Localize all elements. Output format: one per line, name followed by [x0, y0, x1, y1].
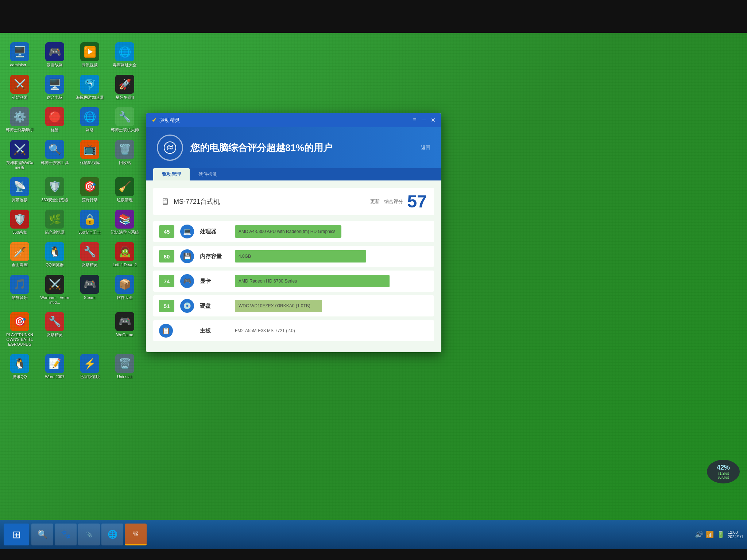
- icon-28-label: 酷狗音乐: [12, 295, 28, 300]
- icon-36-label: Word 2007: [45, 374, 65, 379]
- close-button[interactable]: ✕: [431, 117, 436, 124]
- icon-5[interactable]: 🖥️ 这台电脑: [39, 73, 71, 102]
- hw-bar-text-0: AMD A4-5300 APU with Radeon(tm) HD Graph…: [239, 229, 335, 234]
- icon-15-img: 🗑️: [115, 140, 134, 159]
- window-controls: ≡ ─ ✕: [413, 117, 436, 124]
- icon-6[interactable]: 🐬 海豚网游加速器: [74, 73, 106, 102]
- icon-16-label: 宽带连接: [12, 198, 28, 202]
- icon-26[interactable]: 🔧 驱动精灵: [74, 240, 106, 269]
- icon-24[interactable]: 🗡️ 金山毒霸: [4, 240, 36, 269]
- icon-22[interactable]: 🔒 360安全卫士: [74, 207, 106, 237]
- net-percent: 42%: [717, 464, 730, 471]
- hw-row-0: 45 💻 处理器 AMD A4-5300 APU with Radeon(tm)…: [153, 221, 434, 242]
- clip-button[interactable]: 📎: [78, 524, 100, 545]
- icon-9[interactable]: 🔴 优酷: [39, 105, 71, 135]
- icon-15[interactable]: 🗑️ 回收站: [109, 138, 141, 172]
- icon-27-img: 🧟: [115, 242, 134, 261]
- icon-29[interactable]: ⚔️ Warham... Vermintid...: [39, 273, 71, 307]
- icon-7[interactable]: 🚀 星际争霸II: [109, 73, 141, 102]
- icon-34[interactable]: 🎮 WeGame: [109, 310, 141, 349]
- icon-33-label: 驱动精灵: [47, 332, 63, 337]
- menu-icon[interactable]: ≡: [413, 117, 416, 124]
- start-button[interactable]: ⊞: [4, 524, 29, 545]
- browser-button[interactable]: 🌐: [101, 524, 123, 545]
- icon-19-label: 垃圾清理: [117, 198, 133, 202]
- hw-score-0: 45: [159, 225, 174, 238]
- icon-4[interactable]: ⚔️ 英雄联盟: [4, 73, 36, 102]
- icon-1-label: 暴雪战网: [47, 63, 63, 67]
- icon-26-img: 🔧: [80, 242, 99, 261]
- icon-32[interactable]: 🎯 PLAYERUNKNOWN'S BATTLEGROUNDS: [4, 310, 36, 349]
- icon-19[interactable]: 🧹 垃圾清理: [109, 175, 141, 205]
- icon-2[interactable]: ▶️ 腾讯视频: [74, 40, 106, 70]
- tray-icon-1[interactable]: 🔊: [695, 530, 703, 538]
- mb-desc: FM2-A55M-E33 MS-7721 (2.0): [235, 328, 295, 333]
- icon-35[interactable]: 🐧 腾讯QQ: [4, 352, 36, 381]
- icon-36[interactable]: 📝 Word 2007: [39, 352, 71, 381]
- icon-27[interactable]: 🧟 Left 4 Dead 2: [109, 240, 141, 269]
- desktop: 🖥️ administr... 🎮 暴雪战网 ▶️ 腾讯视频 🌐 毒霸网址大全 …: [0, 33, 747, 520]
- icon-4-label: 英雄联盟: [12, 95, 28, 100]
- icon-32-img: 🎯: [10, 312, 29, 331]
- tab-hardware-check[interactable]: 硬件检测: [190, 168, 226, 180]
- top-bezel: [0, 0, 747, 33]
- icon-31[interactable]: 📦 软件大全: [109, 273, 141, 307]
- paw-button[interactable]: 🐾: [55, 524, 77, 545]
- icon-16[interactable]: 📡 宽带连接: [4, 175, 36, 205]
- hw-bar-text-2: AMD Radeon HD 6700 Series: [239, 279, 297, 284]
- net-download: ↓0.8k/s: [717, 475, 729, 479]
- hw-icon-2: 🎮: [180, 274, 194, 288]
- icon-14[interactable]: 📺 优酷影视库: [74, 138, 106, 172]
- icon-30[interactable]: 🎮 Steam: [74, 273, 106, 307]
- icon-20[interactable]: 🛡️ 360杀毒: [4, 207, 36, 237]
- hw-row-2: 74 🎮 显卡 AMD Radeon HD 6700 Series: [153, 271, 434, 292]
- tray-icon-2[interactable]: 📶: [706, 530, 714, 538]
- icon-28[interactable]: 🎵 酷狗音乐: [4, 273, 36, 307]
- icon-11-label: 韩博士装机大师: [111, 128, 139, 132]
- icon-37-label: 迅雷极速版: [80, 374, 100, 379]
- icon-13-label: 韩博士搜索工具: [41, 160, 69, 165]
- network-monitor[interactable]: 42% ↑1.2k/s ↓0.8k/s: [707, 460, 740, 483]
- icon-37-img: ⚡: [80, 354, 99, 373]
- window-title-left: ✔ 驱动精灵: [152, 117, 180, 124]
- back-button[interactable]: 返回: [421, 144, 430, 151]
- icon-1[interactable]: 🎮 暴雪战网: [39, 40, 71, 70]
- icon-3-label: 毒霸网址大全: [113, 63, 137, 67]
- icon-11[interactable]: 🔧 韩博士装机大师: [109, 105, 141, 135]
- hw-score-1: 60: [159, 250, 174, 262]
- icon-18-label: 荒野行动: [82, 198, 98, 202]
- icon-33[interactable]: 🔧 驱动精灵: [39, 310, 71, 349]
- icon-12[interactable]: ⚔️ 英雄联盟WeGame版: [4, 138, 36, 172]
- hw-bar-container-0: AMD A4-5300 APU with Radeon(tm) HD Graph…: [235, 225, 428, 238]
- icon-8[interactable]: ⚙️ 韩博士驱动助手: [4, 105, 36, 135]
- icon-0-img: 🖥️: [10, 42, 29, 61]
- icon-17[interactable]: 🛡️ 360安全浏览器: [39, 175, 71, 205]
- icon-21[interactable]: 🌿 绿色浏览器: [39, 207, 71, 237]
- icon-38[interactable]: 🗑️ Uninstall: [109, 352, 141, 381]
- window-titlebar: ✔ 驱动精灵 ≡ ─ ✕: [146, 113, 441, 127]
- icon-18[interactable]: 🎯 荒野行动: [74, 175, 106, 205]
- icon-0[interactable]: 🖥️ administr...: [4, 40, 36, 70]
- icon-8-img: ⚙️: [10, 107, 29, 126]
- icon-13[interactable]: 🔍 韩博士搜索工具: [39, 138, 71, 172]
- app-taskbar-btn[interactable]: 驱: [125, 524, 147, 545]
- icon-2-label: 腾讯视频: [82, 63, 98, 67]
- tray-icon-3[interactable]: 🔋: [717, 530, 725, 538]
- icon-3[interactable]: 🌐 毒霸网址大全: [109, 40, 141, 70]
- machine-name-text: MS-7721台式机: [174, 197, 220, 206]
- tab-driver-mgmt[interactable]: 驱动管理: [153, 168, 190, 180]
- icon-7-label: 星际争霸II: [116, 95, 134, 100]
- hw-score-3: 51: [159, 300, 174, 312]
- icon-23[interactable]: 📚 记忆法学习系统: [109, 207, 141, 237]
- icon-10[interactable]: 🌐 网络: [74, 105, 106, 135]
- icon-25[interactable]: 🐧 QQ浏览器: [39, 240, 71, 269]
- hardware-rows: 45 💻 处理器 AMD A4-5300 APU with Radeon(tm)…: [153, 221, 434, 316]
- icon-7-img: 🚀: [115, 75, 134, 94]
- score-section: 更新 综合评分 57: [370, 191, 427, 211]
- icon-37[interactable]: ⚡ 迅雷极速版: [74, 352, 106, 381]
- hw-row-3: 51 💿 硬盘 WDC WD10EZEX-00RKKA0 (1.0TB): [153, 295, 434, 316]
- search-button[interactable]: 🔍: [31, 524, 53, 545]
- minimize-button[interactable]: ─: [422, 117, 426, 124]
- icon-23-label: 记忆法学习系统: [111, 230, 139, 235]
- icon-9-label: 优酷: [51, 128, 59, 132]
